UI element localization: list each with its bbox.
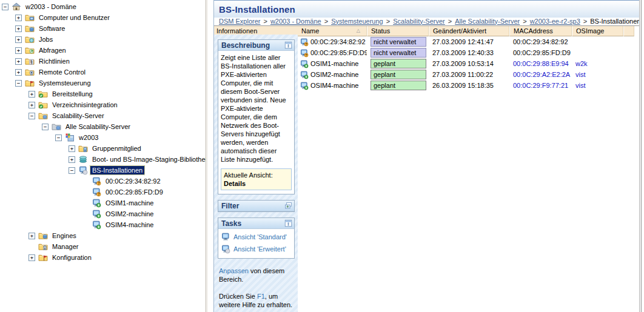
breadcrumb-link[interactable]: Scalability-Server — [393, 18, 445, 25]
tree-expander-toggle[interactable]: − — [15, 80, 22, 87]
table-row[interactable]: 00:0C:29:34:82:92 nicht verwaltet 27.03.… — [298, 36, 640, 47]
tree-expander-toggle[interactable]: − — [2, 4, 8, 10]
tree-expander-toggle[interactable]: + — [29, 91, 35, 98]
tree-expander-toggle[interactable]: + — [15, 36, 22, 43]
tree-item[interactable]: 00:0C:29:85:FD:D9 — [0, 187, 206, 197]
tree-item-label: Software — [37, 24, 67, 33]
status-badge: nicht verwaltet — [371, 48, 426, 58]
breadcrumb-link[interactable]: w2003-ee-r2-sp3 — [530, 18, 580, 25]
window-edge-splitter[interactable] — [639, 0, 642, 312]
tree-item[interactable]: Manager — [0, 241, 206, 252]
info-sidebar: Informationen Beschreibung Zeigt eine Li… — [214, 26, 298, 312]
tree-expander-toggle[interactable]: − — [55, 134, 62, 141]
breadcrumb-separator: > — [386, 18, 390, 25]
tree-expander-toggle[interactable]: + — [29, 233, 35, 239]
cell-name[interactable]: OSIM2-machine — [298, 70, 367, 79]
breadcrumb-item: Alle Scalability-Server > — [455, 18, 529, 25]
breadcrumb-link[interactable]: BS-Installationen — [590, 18, 639, 25]
cell-macaddress[interactable]: 00:0C:29:F9:77:21 — [509, 82, 572, 89]
breadcrumb-separator: > — [448, 18, 452, 25]
task-link[interactable]: Ansicht 'Erweitert' — [221, 243, 293, 255]
tree-item[interactable]: + Remote Control — [0, 67, 206, 78]
window-shade-icon[interactable] — [284, 41, 292, 49]
tree-item[interactable]: + Engines — [0, 230, 206, 241]
column-header-modified[interactable]: Geändert/Aktiviert — [429, 26, 509, 36]
cell-macaddress[interactable]: 00:0C:29:A2:E2:2A — [509, 71, 572, 78]
f1-help-link[interactable]: F1 — [257, 293, 265, 300]
customize-link[interactable]: Anpassen — [219, 267, 249, 274]
tree-expander-toggle[interactable]: + — [29, 102, 35, 108]
table-body: 00:0C:29:34:82:92 nicht verwaltet 27.03.… — [298, 36, 640, 91]
cascade-expand-icon[interactable] — [284, 202, 292, 210]
tree-item[interactable]: OSIM2-machine — [0, 208, 206, 219]
page-title: BS-Installationen — [219, 4, 295, 15]
tree-item[interactable]: − w2003 — [0, 132, 206, 143]
table-row[interactable]: 00:0C:29:85:FD:D9 nicht verwaltet 27.03.… — [298, 47, 640, 58]
tree-item-label: Computer und Benutzer — [37, 13, 112, 22]
tree-item[interactable]: + Boot- und BS-Image-Staging-Bibliothek — [0, 154, 206, 165]
tree-item[interactable]: − w2003 - Domäne — [0, 1, 206, 12]
tree-item-icon — [12, 2, 21, 12]
column-header-name[interactable]: Name △ — [298, 26, 367, 36]
cell-name[interactable]: OSIM1-machine — [298, 59, 367, 68]
tree-item[interactable]: + Abfragen — [0, 45, 206, 56]
tree-item-icon — [52, 122, 61, 131]
machine-icon — [300, 59, 309, 68]
tree-item[interactable]: + Gruppenmitglied — [0, 143, 206, 154]
tree-expander-toggle[interactable]: + — [15, 47, 22, 54]
cell-status: nicht verwaltet — [367, 37, 429, 47]
tree-item[interactable]: − Alle Scalability-Server — [0, 121, 206, 132]
cell-macaddress[interactable]: 00:0C:29:85:FD:D9 — [509, 49, 572, 56]
tree-item[interactable]: + Bereitstellung — [0, 88, 206, 99]
tree-expander-toggle[interactable]: − — [42, 124, 49, 130]
column-header-osimage[interactable]: OSImage — [572, 26, 623, 36]
tree-item-icon — [38, 253, 48, 262]
panel-splitter[interactable] — [207, 0, 213, 312]
tree-expander-toggle[interactable]: − — [69, 167, 75, 174]
tree-item[interactable]: OSIM4-machine — [0, 219, 206, 230]
cell-macaddress[interactable]: 00:0C:29:34:82:92 — [509, 38, 572, 45]
tree-expander-toggle[interactable]: + — [69, 156, 75, 163]
tree-item-label: Engines — [50, 231, 78, 240]
tree-expander-toggle[interactable]: + — [15, 58, 22, 65]
tree-expander-toggle[interactable]: + — [69, 145, 75, 152]
tree-item[interactable]: + Richtlinien — [0, 56, 206, 67]
tree-expander-toggle[interactable]: + — [15, 25, 22, 32]
tree-expander-toggle[interactable]: + — [15, 69, 22, 76]
table-row[interactable]: OSIM1-machine geplant 27.03.2009 10:53:1… — [298, 58, 640, 69]
tree-item[interactable]: + Software — [0, 23, 206, 34]
breadcrumb-link[interactable]: w2003 - Domäne — [270, 18, 321, 25]
tree-expander-toggle[interactable]: − — [29, 113, 35, 119]
cell-macaddress[interactable]: 00:0C:29:88:E9:94 — [509, 60, 572, 67]
cell-name[interactable]: 00:0C:29:85:FD:D9 — [298, 48, 367, 58]
table-row[interactable]: OSIM4-machine geplant 26.03.2009 15:18:3… — [298, 80, 640, 91]
cell-status: geplant — [367, 81, 429, 90]
column-header-stub — [623, 26, 634, 36]
cell-osimage[interactable]: vist — [572, 82, 623, 89]
cell-name[interactable]: OSIM4-machine — [298, 81, 367, 90]
tree-item[interactable]: + Computer und Benutzer — [0, 12, 206, 23]
tree-item[interactable]: − BS-Installationen — [0, 165, 206, 176]
tree-expander-toggle[interactable]: + — [15, 15, 22, 21]
table-row[interactable]: OSIM2-machine geplant 27.03.2009 11:00:2… — [298, 69, 640, 80]
cell-osimage[interactable]: vist — [572, 71, 623, 78]
tree-expander-toggle[interactable]: + — [29, 254, 35, 261]
tree-item[interactable]: + Konfiguration — [0, 252, 206, 263]
column-header-macaddress[interactable]: MACAddress — [509, 26, 572, 36]
cell-name[interactable]: 00:0C:29:34:82:92 — [298, 38, 367, 47]
task-link[interactable]: Ansicht 'Standard' — [221, 231, 293, 243]
tree-item[interactable]: + Jobs — [0, 34, 206, 45]
tree-item[interactable]: − Systemsteuerung — [0, 78, 206, 88]
tree-item-label: OSIM1-machine — [104, 199, 155, 207]
machine-name: OSIM2-machine — [310, 71, 358, 78]
breadcrumb-link[interactable]: Systemsteuerung — [331, 18, 383, 25]
window-shade-icon[interactable] — [284, 219, 292, 227]
tree-item[interactable]: 00:0C:29:34:82:92 — [0, 176, 206, 187]
breadcrumb-link[interactable]: Alle Scalability-Server — [455, 18, 520, 25]
column-header-status[interactable]: Status — [367, 26, 429, 36]
cell-osimage[interactable]: w2k — [572, 60, 623, 67]
tree-item[interactable]: − Scalability-Server — [0, 110, 206, 121]
tree-item[interactable]: + Verzeichnisintegration — [0, 99, 206, 110]
breadcrumb-link[interactable]: DSM Explorer — [219, 18, 260, 25]
tree-item[interactable]: OSIM1-machine — [0, 197, 206, 208]
